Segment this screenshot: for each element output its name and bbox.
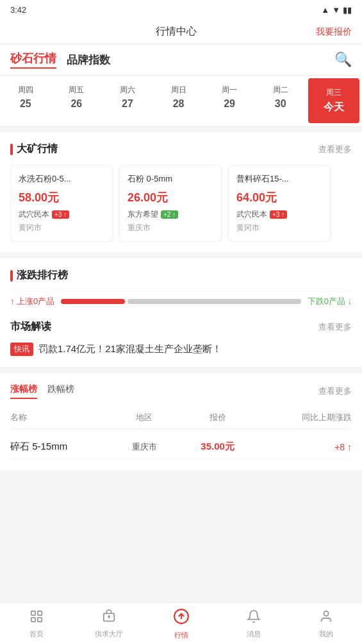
svg-rect-3: [37, 618, 41, 622]
home-icon: [29, 609, 44, 627]
rise-label: ↑ 上涨0产品: [10, 296, 54, 307]
news-badge: 快讯: [10, 343, 33, 356]
product-name-2: 普料碎石15-...: [236, 173, 322, 185]
neutral-bar-visual: [128, 299, 300, 304]
sub-nav: 砂石行情 品牌指数 🔍: [0, 44, 362, 76]
tab-fall[interactable]: 跌幅榜: [47, 384, 74, 399]
date-sat[interactable]: 周六 27: [102, 76, 153, 126]
row-price: 35.00元: [181, 441, 254, 453]
svg-point-5: [108, 616, 110, 617]
date-thu[interactable]: 周四 25: [0, 76, 51, 126]
rank-table-section: 涨幅榜 跌幅榜 查看更多 名称 地区 报价 同比上期涨跌 碎石 5-15mm 重…: [0, 373, 362, 470]
search-icon[interactable]: 🔍: [334, 51, 352, 68]
product-company-0: 武穴民本 +3 ↑: [19, 209, 104, 220]
nav-supply[interactable]: 供求大厅: [72, 609, 145, 639]
table-column-headers: 名称 地区 报价 同比上期涨跌: [10, 407, 352, 429]
product-city-0: 黄冈市: [19, 223, 104, 233]
svg-point-8: [324, 611, 328, 616]
date-wed-today[interactable]: 周三 今天: [308, 78, 359, 123]
nav-market-label: 行情: [174, 631, 188, 640]
product-price-2: 64.00元: [236, 190, 322, 205]
col-header-change: 同比上期涨跌: [254, 412, 352, 423]
row-change: +8 ↑: [254, 442, 352, 452]
status-bar: 3:42 ▲ ▼ ▮▮: [0, 0, 362, 20]
market-more-button[interactable]: 查看更多: [318, 321, 352, 333]
svg-rect-1: [37, 611, 41, 615]
bottom-nav: 首页 供求大厅 行情 消息 我的: [0, 602, 362, 644]
product-price-0: 58.00元: [19, 190, 104, 205]
nav-profile-label: 我的: [319, 629, 333, 639]
product-card-2[interactable]: 普料碎石15-... 64.00元 武穴民本 +3 ↑ 黄冈市: [228, 165, 331, 242]
signal-icon: ▲: [321, 5, 329, 15]
col-header-price: 报价: [181, 412, 254, 423]
product-price-1: 26.00元: [128, 190, 213, 205]
nav-market[interactable]: 行情: [145, 608, 217, 640]
row-product-name: 碎石 5-15mm: [10, 441, 108, 453]
product-cards: 水洗石粉0-5... 58.00元 武穴民本 +3 ↑ 黄冈市 石粉 0-5mm…: [10, 165, 352, 242]
status-time: 3:42: [10, 5, 26, 15]
section-title-mine: 大矿行情: [10, 142, 58, 156]
rise-bar-visual: [61, 299, 125, 304]
nav-message[interactable]: 消息: [217, 609, 290, 639]
svg-rect-2: [31, 618, 35, 622]
nav-supply-label: 供求大厅: [95, 629, 123, 639]
svg-rect-0: [31, 611, 35, 615]
rank-section: 涨跌排行榜 ↑ 上涨0产品 下跌0产品 ↓ 市场解读 查看更多 快讯 罚款1.7…: [0, 258, 362, 367]
nav-message-label: 消息: [247, 629, 261, 639]
rank-table-header: 涨幅榜 跌幅榜 查看更多: [10, 384, 352, 399]
supply-icon: [102, 609, 116, 627]
product-name-1: 石粉 0-5mm: [128, 173, 213, 185]
rank-table-more-button[interactable]: 查看更多: [318, 386, 352, 397]
date-sun[interactable]: 周日 28: [153, 76, 204, 126]
status-icons: ▲ ▼ ▮▮: [321, 5, 352, 15]
rank-title: 涨跌排行榜: [10, 269, 68, 282]
tab-rise[interactable]: 涨幅榜: [10, 384, 37, 399]
date-tue[interactable]: 周二 30: [255, 76, 306, 126]
row-region: 重庆市: [108, 441, 181, 453]
brand-index[interactable]: 品牌指数: [67, 53, 110, 67]
logo[interactable]: 砂石行情: [10, 51, 56, 69]
product-city-2: 黄冈市: [236, 223, 322, 233]
market-title: 市场解读: [10, 320, 51, 334]
market-news-item[interactable]: 快讯 罚款1.74亿元！21家混凝土生产企业垄断！: [10, 341, 352, 357]
profile-icon: [319, 609, 333, 627]
top-nav: 行情中心 我要报价: [0, 20, 362, 44]
product-name-0: 水洗石粉0-5...: [19, 173, 104, 185]
rise-fall-bar: ↑ 上涨0产品 下跌0产品 ↓: [10, 291, 352, 311]
wifi-icon: ▼: [332, 5, 340, 15]
col-header-region: 地区: [108, 412, 181, 423]
col-header-name: 名称: [10, 412, 108, 423]
nav-home[interactable]: 首页: [0, 609, 72, 639]
news-text: 罚款1.74亿元！21家混凝土生产企业垄断！: [38, 341, 222, 357]
rank-section-header: 涨跌排行榜: [10, 269, 352, 282]
rank-table-tabs: 涨幅榜 跌幅榜: [10, 384, 74, 399]
product-company-2: 武穴民本 +3 ↑: [236, 209, 322, 220]
date-fri[interactable]: 周五 26: [51, 76, 103, 126]
mine-more-button[interactable]: 查看更多: [318, 144, 352, 155]
product-card-1[interactable]: 石粉 0-5mm 26.00元 东方希望 +2 ↑ 重庆市: [119, 165, 222, 242]
page-title: 行情中心: [36, 25, 316, 38]
product-badge-0: +3 ↑: [52, 210, 69, 219]
nav-home-label: 首页: [29, 629, 44, 639]
battery-icon: ▮▮: [343, 5, 352, 15]
message-icon: [247, 609, 261, 627]
date-mon[interactable]: 周一 29: [204, 76, 255, 126]
market-header: 市场解读 查看更多: [10, 320, 352, 334]
product-badge-1: +2 ↑: [161, 210, 178, 219]
report-button[interactable]: 我要报价: [316, 26, 352, 38]
product-city-1: 重庆市: [128, 223, 213, 233]
section-header-mine: 大矿行情 查看更多: [10, 142, 352, 156]
fall-label: 下跌0产品 ↓: [308, 296, 352, 307]
product-company-1: 东方希望 +2 ↑: [128, 209, 213, 220]
market-icon: [173, 608, 190, 629]
date-row: 周四 25 周五 26 周六 27 周日 28 周一 29 周二 30 周三 今…: [0, 76, 362, 126]
product-card-0[interactable]: 水洗石粉0-5... 58.00元 武穴民本 +3 ↑ 黄冈市: [10, 165, 113, 242]
nav-profile[interactable]: 我的: [290, 609, 362, 639]
big-mine-section: 大矿行情 查看更多 水洗石粉0-5... 58.00元 武穴民本 +3 ↑ 黄冈…: [0, 132, 362, 252]
product-badge-2: +3 ↑: [270, 210, 287, 219]
table-row[interactable]: 碎石 5-15mm 重庆市 35.00元 +8 ↑: [10, 434, 352, 460]
